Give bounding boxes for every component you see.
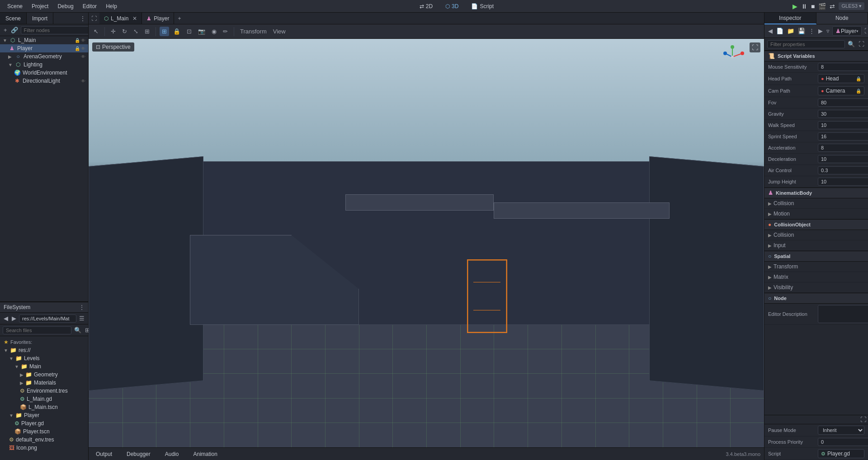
- filesystem-options[interactable]: ⋮: [79, 304, 85, 310]
- tree-node-arena-geo[interactable]: ▶ ○ ArenaGeometry 👁: [0, 52, 88, 61]
- gravity-input[interactable]: [818, 110, 868, 118]
- spatial-matrix-row[interactable]: ▶ Matrix: [764, 272, 868, 282]
- tree-node-dir-light[interactable]: ✱ DirectionalLight 👁: [0, 77, 88, 85]
- section-node[interactable]: ○ Node: [764, 293, 868, 304]
- add-node-button[interactable]: +: [3, 26, 8, 34]
- air-control-input[interactable]: [818, 166, 868, 174]
- pause-button[interactable]: ⏸: [801, 3, 807, 10]
- fs-search-input[interactable]: [3, 326, 71, 334]
- more-tools-button[interactable]: ⊞: [142, 27, 152, 36]
- scale-tool-button[interactable]: ⤡: [131, 27, 141, 36]
- inspector-history-back[interactable]: ◀: [767, 27, 774, 35]
- fs-item-default-env[interactable]: ⚙ default_env.tres: [0, 436, 88, 444]
- select-tool-button[interactable]: ↖: [91, 27, 101, 36]
- mode-2d-button[interactable]: ⇄ 2D: [416, 2, 436, 10]
- camera-button[interactable]: 📷: [196, 27, 208, 36]
- spatial-visibility-row[interactable]: ▶ Visibility: [764, 282, 868, 293]
- fs-item-player-gd[interactable]: ⚙ Player.gd: [0, 419, 88, 427]
- paint-button[interactable]: ✏: [221, 27, 230, 36]
- viewport-expand-left[interactable]: ⛶: [89, 15, 99, 22]
- fs-item-l-main-gd[interactable]: ⚙ L_Main.gd: [0, 395, 88, 403]
- fs-item-environment-tres[interactable]: ⚙ Environment.tres: [0, 387, 88, 395]
- acceleration-input[interactable]: [818, 144, 868, 152]
- bottom-tab-debugger[interactable]: Debugger: [123, 450, 154, 458]
- inspector-fullscreen-btn[interactable]: ⛶: [860, 416, 866, 423]
- tab-inspector[interactable]: Inspector: [764, 13, 816, 24]
- gles-badge[interactable]: GLES3 ▾: [839, 2, 864, 10]
- section-spatial[interactable]: ○ Spatial: [764, 251, 868, 262]
- menu-scene[interactable]: Scene: [4, 2, 26, 10]
- kinematic-motion-row[interactable]: ▶ Motion: [764, 209, 868, 219]
- menu-debug[interactable]: Debug: [54, 2, 77, 10]
- tree-node-player[interactable]: ♟ Player 🔒 👁: [0, 44, 88, 52]
- walk-speed-input[interactable]: [818, 121, 868, 129]
- bottom-tab-audio[interactable]: Audio: [161, 450, 183, 458]
- bottom-tab-animation[interactable]: Animation: [189, 450, 221, 458]
- tab-import[interactable]: Import: [27, 13, 53, 24]
- grid-snap-button[interactable]: ⊞: [160, 27, 169, 36]
- section-script-variables[interactable]: 📜 Script Variables: [764, 51, 868, 61]
- mode-3d-button[interactable]: ⬡ 3D: [442, 2, 462, 10]
- fs-item-player-folder[interactable]: ▼ 📁 Player: [0, 411, 88, 419]
- inspector-expand-btn[interactable]: ⛶: [863, 27, 868, 35]
- mode-script-button[interactable]: 📄 Script: [467, 2, 497, 10]
- move-tool-button[interactable]: ✛: [108, 27, 118, 36]
- scene-options-btn[interactable]: ⋮: [77, 15, 88, 22]
- view-button[interactable]: View: [271, 27, 288, 36]
- effect-button[interactable]: ◉: [209, 27, 219, 36]
- vp-tab-l-main[interactable]: ⬡ L_Main ✕: [99, 13, 142, 24]
- kinematic-collision-row[interactable]: ▶ Collision: [764, 198, 868, 209]
- fs-item-materials[interactable]: ▶ 📁 Materials: [0, 379, 88, 387]
- bottom-tab-output[interactable]: Output: [92, 450, 116, 458]
- fs-search-btn[interactable]: 🔍: [73, 326, 82, 334]
- sprint-speed-input[interactable]: [818, 132, 868, 141]
- collision-obj-collision-row[interactable]: ▶ Collision: [764, 230, 868, 240]
- link-node-button[interactable]: 🔗: [10, 26, 19, 34]
- inspector-save-icon[interactable]: 💾: [797, 27, 806, 35]
- rotate-tool-button[interactable]: ↻: [120, 27, 129, 36]
- vp-tab-l-main-close[interactable]: ✕: [132, 15, 137, 22]
- fs-item-geometry[interactable]: ▶ 📁 Geometry: [0, 371, 88, 379]
- collision-obj-input-row[interactable]: ▶ Input: [764, 240, 868, 251]
- fs-forward-btn[interactable]: ▶: [11, 314, 17, 323]
- spatial-transform-row[interactable]: ▶ Transform: [764, 262, 868, 272]
- inspector-history-history[interactable]: ▿: [826, 27, 830, 35]
- script-ref[interactable]: ⚙ Player.gd: [818, 449, 864, 458]
- fov-input[interactable]: [818, 99, 868, 107]
- viewport-canvas[interactable]: ⊡ Perspective: [89, 39, 764, 447]
- tab-scene[interactable]: Scene: [0, 13, 27, 24]
- inspector-node-selector[interactable]: ♟ Player ▾: [832, 26, 862, 36]
- mouse-sensitivity-input[interactable]: [818, 63, 868, 71]
- tab-node[interactable]: Node: [816, 13, 868, 24]
- tree-node-l-main[interactable]: ▼ ⬡ L_Main 🔒 👁: [0, 36, 88, 44]
- filter-search-btn[interactable]: 🔍: [847, 40, 856, 48]
- pause-mode-select[interactable]: Inherit Stop Process: [818, 426, 864, 435]
- inspector-history-forward[interactable]: ▶: [817, 27, 824, 35]
- filter-options-btn[interactable]: ⛶: [858, 40, 865, 48]
- vp-tab-player[interactable]: ♟ Player: [142, 13, 174, 24]
- cam-path-ref[interactable]: ● Camera 🔒: [818, 86, 864, 95]
- inspector-resource-icon[interactable]: 📄: [775, 27, 784, 35]
- play-button[interactable]: ▶: [793, 3, 797, 10]
- fs-back-btn[interactable]: ◀: [3, 314, 9, 323]
- jump-height-input[interactable]: [818, 178, 868, 186]
- process-priority-input[interactable]: [818, 438, 868, 446]
- menu-project[interactable]: Project: [28, 2, 52, 10]
- fs-item-levels[interactable]: ▼ 📁 Levels: [0, 354, 88, 362]
- editor-desc-textarea[interactable]: [818, 305, 868, 323]
- fs-item-res[interactable]: ▼ 📁 res://: [0, 346, 88, 354]
- inspector-resource2-icon[interactable]: 📁: [786, 27, 795, 35]
- stop-button[interactable]: ■: [811, 3, 815, 10]
- filter-properties-input[interactable]: [767, 40, 845, 48]
- group-button[interactable]: ⊡: [184, 27, 194, 36]
- fs-item-player-tscn[interactable]: 📦 Player.tscn: [0, 427, 88, 436]
- movie-button[interactable]: 🎬: [818, 3, 826, 10]
- viewport-fullscreen-btn[interactable]: ⛶: [750, 42, 760, 52]
- lock-button[interactable]: 🔒: [171, 27, 183, 36]
- tree-node-world-env[interactable]: 🌍 WorldEnvironment: [0, 69, 88, 77]
- fs-item-l-main-tscn[interactable]: 📦 L_Main.tscn: [0, 403, 88, 411]
- tree-node-lighting[interactable]: ▼ ⬡ Lighting: [0, 61, 88, 69]
- section-kinematic-body[interactable]: ♟ KinematicBody: [764, 188, 868, 198]
- deceleration-input[interactable]: [818, 155, 868, 163]
- remote-button[interactable]: ⇄: [830, 3, 835, 10]
